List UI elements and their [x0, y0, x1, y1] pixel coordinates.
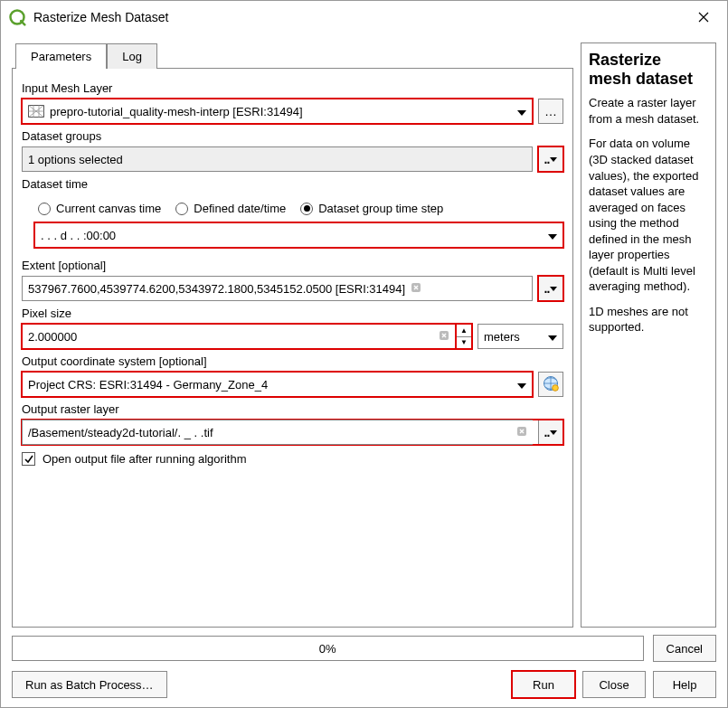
run-button[interactable]: Run [512, 671, 575, 698]
pixel-size-unit-value: meters [484, 330, 520, 344]
tab-parameters[interactable]: Parameters [15, 43, 107, 69]
dataset-time-radios: Current canvas time Defined date/time Da… [34, 194, 563, 222]
options-dropdown-icon: .. [544, 425, 558, 439]
output-crs-value: Project CRS: ESRI:31494 - Germany_Zone_4 [28, 378, 268, 392]
cancel-button[interactable]: Cancel [653, 635, 716, 662]
input-mesh-browse-button[interactable]: … [538, 99, 563, 124]
output-raster-input[interactable]: /Basement/steady2d-tutorial/. _ . .tif [22, 420, 533, 445]
globe-icon [542, 374, 560, 395]
options-dropdown-icon: .. [544, 152, 558, 166]
left-pane: Parameters Log Input Mesh Layer prepro-t… [12, 42, 573, 628]
radio-icon [300, 203, 313, 215]
radio-current-canvas-time[interactable]: Current canvas time [38, 202, 161, 215]
output-raster-menu-button[interactable]: .. [538, 420, 563, 445]
radio-icon [175, 203, 188, 215]
close-icon[interactable] [687, 5, 720, 30]
app-icon [8, 8, 26, 26]
svg-point-5 [553, 384, 559, 391]
progress-bar: 0% [12, 636, 644, 661]
window-title: Rasterize Mesh Dataset [33, 10, 687, 24]
open-output-label: Open output file after running algorithm [43, 452, 246, 466]
close-button[interactable]: Close [582, 671, 646, 698]
radio-defined-datetime[interactable]: Defined date/time [175, 202, 286, 215]
pixel-size-value: 2.000000 [28, 330, 77, 344]
radio-label: Defined date/time [194, 202, 286, 215]
chevron-down-icon [548, 330, 557, 344]
dataset-groups-value: 1 options selected [28, 153, 123, 166]
help-paragraph: For data on volume (3D stacked dataset v… [589, 136, 708, 294]
radio-label: Current canvas time [56, 202, 161, 215]
label-extent: Extent [optional] [22, 259, 563, 272]
progress-text: 0% [319, 642, 336, 656]
chevron-down-icon [517, 105, 526, 118]
input-mesh-combo[interactable]: prepro-tutorial_quality-mesh-interp [ESR… [22, 99, 533, 124]
pixel-size-unit-combo[interactable]: meters [477, 324, 563, 349]
tab-log[interactable]: Log [107, 43, 157, 69]
clear-icon[interactable] [439, 330, 449, 344]
help-button[interactable]: Help [653, 671, 716, 698]
mesh-layer-icon [28, 105, 44, 118]
label-output-raster: Output raster layer [22, 402, 563, 416]
label-dataset-groups: Dataset groups [22, 129, 563, 143]
pixel-size-input[interactable]: 2.000000 [22, 324, 456, 349]
radio-dataset-group-time-step[interactable]: Dataset group time step [300, 202, 443, 215]
help-paragraph: 1D meshes are not supported. [589, 304, 708, 335]
dialog-window: Rasterize Mesh Dataset Parameters Log In… [0, 0, 728, 708]
label-dataset-time: Dataset time [22, 177, 563, 191]
help-title: Rasterize mesh dataset [589, 51, 708, 88]
spin-down-icon[interactable]: ▼ [457, 337, 471, 349]
dataset-time-value: . . . d . . :00:00 [41, 229, 116, 242]
extent-value: 537967.7600,4539774.6200,5343972.1800,53… [28, 282, 405, 296]
radio-icon [38, 203, 51, 215]
run-batch-button[interactable]: Run as Batch Process… [12, 671, 167, 698]
chevron-down-icon [548, 229, 557, 242]
options-dropdown-icon: .. [544, 281, 558, 296]
label-input-mesh: Input Mesh Layer [22, 81, 563, 95]
radio-label: Dataset group time step [318, 202, 443, 215]
input-mesh-value: prepro-tutorial_quality-mesh-interp [ESR… [50, 105, 303, 118]
help-panel: Rasterize mesh dataset Create a raster l… [581, 42, 716, 628]
clear-icon[interactable] [411, 282, 421, 296]
titlebar: Rasterize Mesh Dataset [1, 1, 727, 33]
extent-menu-button[interactable]: .. [538, 276, 563, 301]
help-paragraph: Create a raster layer from a mesh datase… [589, 95, 708, 127]
chevron-down-icon [517, 378, 526, 392]
dataset-groups-field: 1 options selected [22, 146, 533, 172]
output-raster-value: /Basement/steady2d-tutorial/. _ . .tif [28, 426, 213, 439]
output-crs-combo[interactable]: Project CRS: ESRI:31494 - Germany_Zone_4 [22, 372, 533, 397]
dataset-groups-menu-button[interactable]: .. [538, 146, 563, 172]
spin-up-icon[interactable]: ▲ [457, 325, 471, 337]
open-output-checkbox[interactable] [22, 452, 35, 466]
label-output-crs: Output coordinate system [optional] [22, 354, 563, 368]
dataset-time-step-combo[interactable]: . . . d . . :00:00 [34, 222, 563, 248]
open-output-checkbox-row: Open output file after running algorithm [22, 452, 563, 466]
crs-picker-button[interactable] [538, 372, 563, 397]
pixel-size-spinner[interactable]: ▲ ▼ [456, 324, 472, 349]
extent-input[interactable]: 537967.7600,4539774.6200,5343972.1800,53… [22, 276, 533, 301]
tabs: Parameters Log [12, 42, 573, 68]
label-pixel-size: Pixel size [22, 307, 563, 320]
parameters-panel: Input Mesh Layer prepro-tutorial_quality… [12, 68, 573, 628]
clear-icon[interactable] [516, 426, 527, 439]
bottom-bar: 0% Cancel Run as Batch Process… Run Clos… [1, 628, 727, 707]
